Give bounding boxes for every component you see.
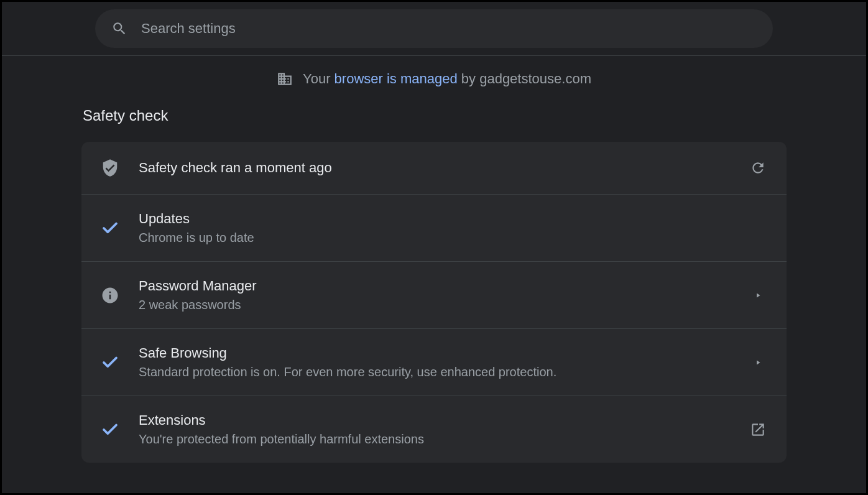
search-bar-region (2, 2, 866, 56)
row-extensions-text: Extensions You're protected from potenti… (139, 412, 729, 446)
chevron-right-icon[interactable] (748, 353, 768, 372)
managed-banner: Your browser is managed by gadgetstouse.… (2, 56, 866, 92)
managed-suffix: by gadgetstouse.com (458, 71, 591, 86)
managed-text: Your browser is managed by gadgetstouse.… (303, 71, 591, 87)
row-header-title: Safety check ran a moment ago (139, 160, 729, 176)
row-safebrowsing-sub: Standard protection is on. For even more… (139, 365, 729, 379)
check-icon (100, 218, 120, 238)
row-updates-title: Updates (139, 211, 768, 227)
check-icon (100, 420, 120, 440)
chevron-right-icon[interactable] (748, 285, 768, 305)
domain-icon (277, 71, 293, 87)
row-safebrowsing[interactable]: Safe Browsing Standard protection is on.… (81, 329, 787, 396)
row-safebrowsing-text: Safe Browsing Standard protection is on.… (139, 345, 729, 379)
row-extensions-title: Extensions (139, 412, 729, 428)
search-bar[interactable] (95, 9, 773, 48)
row-passwords[interactable]: Password Manager 2 weak passwords (81, 262, 787, 329)
search-icon (111, 21, 127, 37)
check-icon (100, 353, 120, 372)
shield-check-icon (100, 158, 120, 178)
content: Safety check Safety check ran a moment a… (81, 92, 787, 463)
open-external-icon[interactable] (748, 420, 768, 440)
row-header: Safety check ran a moment ago (81, 142, 787, 195)
row-extensions[interactable]: Extensions You're protected from potenti… (81, 396, 787, 463)
search-input[interactable] (141, 21, 757, 37)
refresh-button[interactable] (748, 158, 768, 178)
row-updates-sub: Chrome is up to date (139, 231, 768, 245)
managed-prefix: Your (303, 71, 335, 86)
row-header-text: Safety check ran a moment ago (139, 160, 729, 176)
managed-link[interactable]: browser is managed (335, 71, 458, 86)
row-updates-text: Updates Chrome is up to date (139, 211, 768, 245)
safety-check-card: Safety check ran a moment ago Updates Ch… (81, 142, 787, 463)
row-extensions-sub: You're protected from potentially harmfu… (139, 432, 729, 446)
row-passwords-sub: 2 weak passwords (139, 298, 729, 312)
row-passwords-title: Password Manager (139, 278, 729, 294)
row-safebrowsing-title: Safe Browsing (139, 345, 729, 361)
row-updates: Updates Chrome is up to date (81, 195, 787, 262)
row-passwords-text: Password Manager 2 weak passwords (139, 278, 729, 312)
info-icon (100, 285, 120, 305)
section-title: Safety check (81, 107, 787, 124)
